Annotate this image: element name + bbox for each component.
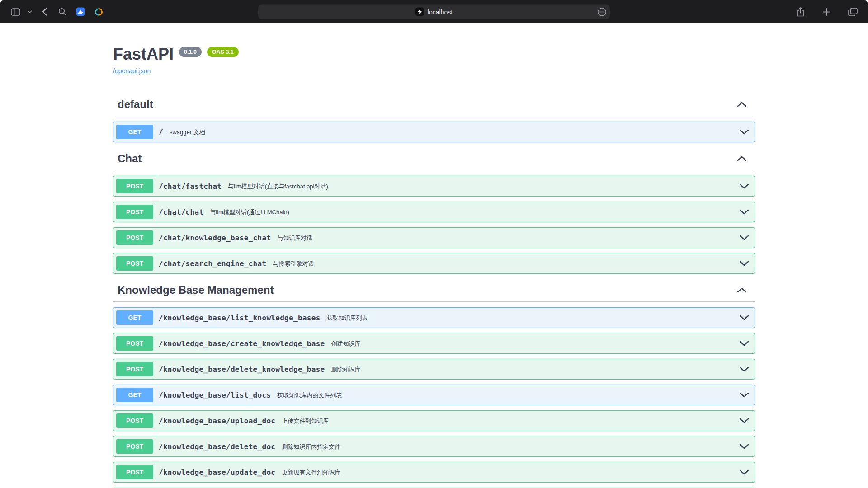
expand-operation-button[interactable] bbox=[737, 129, 751, 135]
operation-summary-bar[interactable]: GET /knowledge_base/list_knowledge_bases… bbox=[113, 308, 755, 328]
operation-summary-bar[interactable]: GET / swagger 文档 bbox=[113, 122, 755, 142]
operation-path: /chat/fastchat bbox=[159, 182, 222, 191]
operation-row[interactable]: POST /knowledge_base/delete_knowledge_ba… bbox=[113, 359, 755, 380]
operation-path: /knowledge_base/delete_knowledge_base bbox=[159, 365, 325, 374]
expand-operation-button[interactable] bbox=[737, 392, 751, 398]
tag-section: Chat POST /chat/fastchat 与llm模型对话(直接与fas… bbox=[113, 147, 755, 274]
page-title: FastAPI 0.1.0 OAS 3.1 bbox=[113, 44, 755, 64]
api-sections: default GET / swagger 文档 Chat POST /ch bbox=[113, 93, 755, 488]
api-info: FastAPI 0.1.0 OAS 3.1 /openapi.json bbox=[113, 23, 755, 75]
tab-overview-icon[interactable] bbox=[845, 5, 860, 19]
operation-row[interactable]: GET /knowledge_base/list_knowledge_bases… bbox=[113, 307, 755, 328]
operation-summary: 获取知识库内的文件列表 bbox=[277, 390, 342, 399]
chevron-down-icon bbox=[739, 315, 749, 320]
operation-path: / bbox=[159, 128, 163, 136]
section-header[interactable]: default bbox=[113, 93, 755, 116]
new-tab-icon[interactable] bbox=[819, 5, 834, 19]
operation-summary-bar[interactable]: POST /knowledge_base/upload_doc 上传文件到知识库 bbox=[113, 411, 755, 431]
chevron-down-icon bbox=[739, 418, 749, 423]
operation-row[interactable]: POST /knowledge_base/delete_doc 删除知识库内指定… bbox=[113, 436, 755, 457]
chevron-down-icon bbox=[739, 209, 749, 215]
operation-summary-bar[interactable]: POST /chat/chat 与llm模型对话(通过LLMChain) bbox=[113, 202, 755, 222]
expand-operation-button[interactable] bbox=[737, 209, 751, 215]
operation-summary: 上传文件到知识库 bbox=[282, 416, 329, 425]
operation-summary-bar[interactable]: POST /knowledge_base/delete_knowledge_ba… bbox=[113, 359, 755, 379]
operation-summary: 与llm模型对话(通过LLMChain) bbox=[210, 207, 289, 216]
site-favicon-icon bbox=[415, 8, 424, 16]
operation-row[interactable]: GET / swagger 文档 bbox=[113, 122, 755, 142]
expand-operation-button[interactable] bbox=[737, 418, 751, 423]
chevron-down-icon bbox=[739, 261, 749, 266]
operation-row[interactable]: GET /knowledge_base/list_docs 获取知识库内的文件列… bbox=[113, 385, 755, 405]
method-badge: POST bbox=[116, 413, 153, 428]
operation-row[interactable]: POST /chat/search_engine_chat 与搜索引擎对话 bbox=[113, 253, 755, 274]
tag-section: default GET / swagger 文档 bbox=[113, 93, 755, 142]
sidebar-chevron-down-icon[interactable] bbox=[26, 5, 33, 19]
operation-path: /chat/knowledge_base_chat bbox=[159, 234, 271, 242]
operation-row[interactable]: POST /knowledge_base/upload_doc 上传文件到知识库 bbox=[113, 410, 755, 431]
method-badge: POST bbox=[116, 439, 153, 454]
expand-operation-button[interactable] bbox=[737, 469, 751, 475]
operation-list: GET /knowledge_base/list_knowledge_bases… bbox=[113, 307, 755, 488]
chevron-down-icon bbox=[739, 392, 749, 398]
expand-operation-button[interactable] bbox=[737, 261, 751, 266]
expand-operation-button[interactable] bbox=[737, 235, 751, 240]
collapse-section-button[interactable] bbox=[737, 156, 747, 161]
search-icon[interactable] bbox=[55, 5, 70, 19]
operation-row[interactable]: POST /chat/knowledge_base_chat 与知识库对话 bbox=[113, 227, 755, 248]
collapse-section-button[interactable] bbox=[737, 287, 747, 293]
back-icon[interactable] bbox=[37, 5, 52, 19]
operation-summary: swagger 文档 bbox=[170, 127, 205, 136]
method-badge: POST bbox=[116, 205, 153, 219]
chevron-down-icon bbox=[739, 183, 749, 189]
expand-operation-button[interactable] bbox=[737, 444, 751, 449]
page-menu-ellipsis-icon[interactable] bbox=[597, 7, 607, 17]
sidebar-toggle-icon[interactable] bbox=[8, 5, 23, 19]
section-title: Knowledge Base Management bbox=[118, 284, 274, 296]
operation-row[interactable]: POST /chat/chat 与llm模型对话(通过LLMChain) bbox=[113, 202, 755, 222]
share-icon[interactable] bbox=[793, 5, 807, 19]
expand-operation-button[interactable] bbox=[737, 315, 751, 320]
operation-summary-bar[interactable]: POST /chat/knowledge_base_chat 与知识库对话 bbox=[113, 228, 755, 248]
chevron-up-icon bbox=[737, 287, 747, 293]
version-badge: 0.1.0 bbox=[179, 47, 202, 57]
operation-list: GET / swagger 文档 bbox=[113, 122, 755, 142]
method-badge: GET bbox=[116, 125, 153, 139]
operation-path: /chat/chat bbox=[159, 208, 203, 216]
operation-summary-bar[interactable]: POST /knowledge_base/create_knowledge_ba… bbox=[113, 333, 755, 353]
operation-summary: 删除知识库 bbox=[331, 365, 361, 374]
operation-summary-bar[interactable]: POST /knowledge_base/delete_doc 删除知识库内指定… bbox=[113, 436, 755, 456]
operation-summary-bar[interactable]: POST /chat/fastchat 与llm模型对话(直接与fastchat… bbox=[113, 176, 755, 196]
chevron-down-icon bbox=[739, 235, 749, 240]
expand-operation-button[interactable] bbox=[737, 183, 751, 189]
address-bar[interactable]: localhost bbox=[258, 5, 610, 19]
collapse-section-button[interactable] bbox=[737, 102, 747, 107]
extension-blue-icon[interactable] bbox=[73, 5, 88, 19]
operation-path: /knowledge_base/update_doc bbox=[159, 468, 275, 477]
chevron-down-icon bbox=[739, 341, 749, 346]
method-badge: GET bbox=[116, 310, 153, 325]
expand-operation-button[interactable] bbox=[737, 341, 751, 346]
openapi-json-link[interactable]: /openapi.json bbox=[113, 67, 151, 75]
expand-operation-button[interactable] bbox=[737, 366, 751, 372]
operation-row[interactable]: POST /chat/fastchat 与llm模型对话(直接与fastchat… bbox=[113, 176, 755, 197]
operation-summary-bar[interactable]: POST /knowledge_base/update_doc 更新现有文件到知… bbox=[113, 462, 755, 482]
operation-summary: 更新现有文件到知识库 bbox=[282, 468, 340, 477]
operation-path: /knowledge_base/list_docs bbox=[159, 391, 271, 399]
section-header[interactable]: Chat bbox=[113, 147, 755, 170]
operation-summary-bar[interactable]: GET /knowledge_base/list_docs 获取知识库内的文件列… bbox=[113, 385, 755, 405]
operation-path: /knowledge_base/delete_doc bbox=[159, 442, 275, 451]
chevron-up-icon bbox=[737, 156, 747, 161]
operation-summary: 获取知识库列表 bbox=[327, 313, 368, 322]
tag-section: Knowledge Base Management GET /knowledge… bbox=[113, 279, 755, 488]
extension-ring-icon[interactable] bbox=[91, 5, 106, 19]
operation-row[interactable]: POST /knowledge_base/update_doc 更新现有文件到知… bbox=[113, 462, 755, 483]
toolbar-left-group bbox=[8, 5, 106, 19]
section-title: Chat bbox=[118, 152, 142, 165]
operation-summary-bar[interactable]: POST /chat/search_engine_chat 与搜索引擎对话 bbox=[113, 253, 755, 273]
operation-path: /knowledge_base/upload_doc bbox=[159, 417, 275, 425]
section-header[interactable]: Knowledge Base Management bbox=[113, 279, 755, 302]
operation-row[interactable]: POST /knowledge_base/create_knowledge_ba… bbox=[113, 333, 755, 354]
chevron-down-icon bbox=[739, 129, 749, 135]
method-badge: GET bbox=[116, 388, 153, 402]
